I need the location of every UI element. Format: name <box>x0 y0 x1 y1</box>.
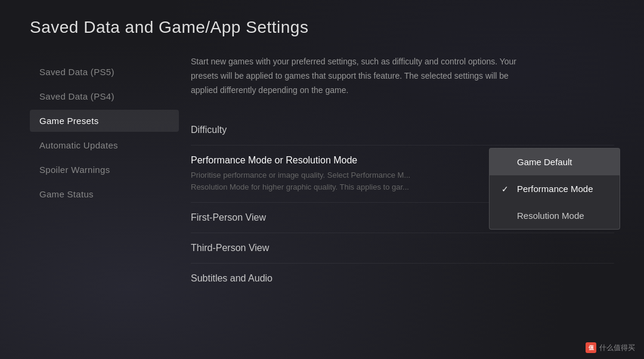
sidebar-item-automatic-updates[interactable]: Automatic Updates <box>30 134 179 156</box>
sidebar-item-spoiler-warnings[interactable]: Spoiler Warnings <box>30 159 179 181</box>
dropdown-option-performance-mode[interactable]: ✓Performance Mode <box>490 175 620 202</box>
dropdown-label-resolution-mode: Resolution Mode <box>517 211 584 221</box>
checkmark-icon: ✓ <box>501 184 511 194</box>
main-content: Start new games with your preferred sett… <box>179 55 614 330</box>
dropdown-label-game-default: Game Default <box>517 157 572 167</box>
dropdown-option-game-default[interactable]: Game Default <box>490 148 620 175</box>
setting-label-third-person: Third-Person View <box>191 243 614 253</box>
setting-label-subtitles-audio: Subtitles and Audio <box>191 273 614 284</box>
setting-item-difficulty[interactable]: DifficultyGame Default✓Performance ModeR… <box>191 115 614 146</box>
dropdown-option-resolution-mode[interactable]: Resolution Mode <box>490 202 620 229</box>
content-area: Saved Data (PS5)Saved Data (PS4)Game Pre… <box>30 55 614 330</box>
dropdown-label-performance-mode: Performance Mode <box>517 184 593 194</box>
settings-list: DifficultyGame Default✓Performance ModeR… <box>191 115 614 293</box>
sidebar: Saved Data (PS5)Saved Data (PS4)Game Pre… <box>30 55 179 330</box>
description-text: Start new games with your preferred sett… <box>191 55 537 97</box>
page-wrapper: Saved Data and Game/App Settings Saved D… <box>0 0 644 359</box>
difficulty-dropdown: Game Default✓Performance ModeResolution … <box>489 148 620 230</box>
difficulty-label: Difficulty <box>191 125 227 135</box>
setting-sublabel-performance-mode: Prioritise performance or image quality.… <box>191 169 429 193</box>
page-title: Saved Data and Game/App Settings <box>30 18 614 37</box>
sidebar-item-saved-ps4[interactable]: Saved Data (PS4) <box>30 85 179 107</box>
difficulty-row: Difficulty <box>191 125 614 135</box>
setting-item-third-person[interactable]: Third-Person View <box>191 233 614 264</box>
sidebar-item-game-presets[interactable]: Game Presets <box>30 110 179 132</box>
setting-item-subtitles-audio[interactable]: Subtitles and Audio <box>191 264 614 293</box>
sidebar-item-saved-ps5[interactable]: Saved Data (PS5) <box>30 61 179 83</box>
sidebar-item-game-status[interactable]: Game Status <box>30 183 179 205</box>
